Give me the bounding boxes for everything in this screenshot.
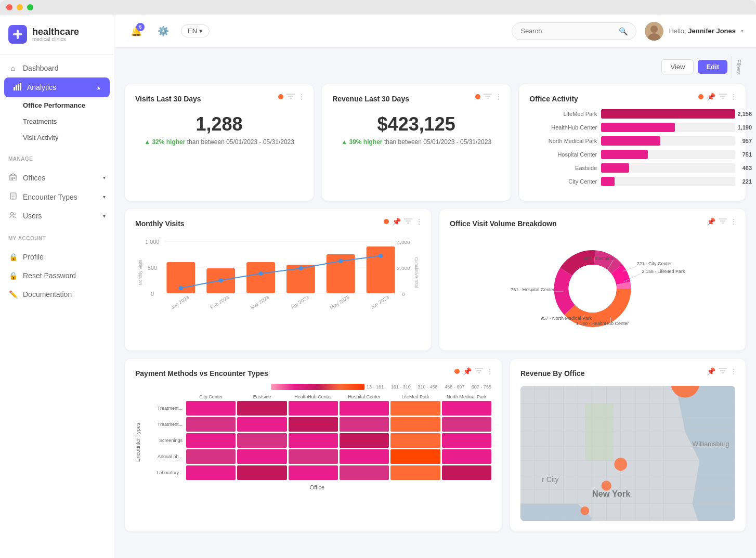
offices-chevron-icon: ▾ <box>103 175 106 180</box>
heatmap-cell <box>237 449 286 464</box>
heatmap-y-label: Encounter Types <box>135 423 141 462</box>
heatmap-row-5: Laboratory... <box>143 465 491 480</box>
bar-row: Hospital Center 751 <box>529 150 735 159</box>
monthly-visits-filter-icon[interactable] <box>404 217 412 226</box>
revenue-by-office-pin-icon[interactable]: 📌 <box>707 367 715 375</box>
search-input[interactable] <box>520 27 615 35</box>
svg-text:500: 500 <box>148 265 157 270</box>
heatmap-row-label: Laboratory... <box>143 465 185 480</box>
sidebar-item-users[interactable]: Users ▾ <box>0 206 114 225</box>
heatmap-cell <box>237 417 286 432</box>
office-activity-pin-icon[interactable]: 📌 <box>707 93 715 101</box>
office-activity-more-icon[interactable]: ⋮ <box>730 93 737 101</box>
monthly-visits-card: Monthly Visits 📌 ⋮ 1,000 500 <box>125 209 431 351</box>
reset-password-icon: 🔒 <box>8 271 18 280</box>
revenue-by-office-more-icon[interactable]: ⋮ <box>730 367 737 375</box>
heatmap-row-4: Annual ph... <box>143 449 491 464</box>
heatmap-cell <box>186 449 236 464</box>
svg-point-2 <box>16 33 19 36</box>
revenue-filter-icon[interactable] <box>484 93 492 101</box>
office-activity-actions: 📌 ⋮ <box>698 93 737 101</box>
heatmap: Encounter Types City Center Eastside Hea… <box>135 394 491 490</box>
sidebar-item-profile[interactable]: 🔒 Profile <box>0 248 114 266</box>
manage-section-label: MANAGE <box>0 150 114 164</box>
heatmap-cell <box>237 433 286 448</box>
bar-track: 2,156 <box>601 109 735 119</box>
svg-text:751 · Hospital Center: 751 · Hospital Center <box>511 287 555 292</box>
main-content: 🔔 5 ⚙️ EN ▾ 🔍 <box>114 15 756 558</box>
visits-value: 1,288 <box>135 113 303 135</box>
revenue-change-text: than between 05/01/2023 - 05/31/2023 <box>384 138 491 146</box>
heatmap-row-label: Treatment... <box>143 417 185 432</box>
window-close-dot[interactable] <box>6 4 12 10</box>
svg-point-43 <box>178 286 183 290</box>
manage-nav-section: Offices ▾ Encounter Types ▾ Users ▾ <box>0 164 114 229</box>
sidebar-item-profile-label: Profile <box>23 253 44 261</box>
sidebar-item-offices[interactable]: Offices ▾ <box>0 168 114 187</box>
heatmap-row-label: Screenings <box>143 433 185 448</box>
logo-text: healthcare medical clinics <box>32 27 79 42</box>
revenue-change: 39% higher than between 05/01/2023 - 05/… <box>332 138 500 146</box>
avatar <box>645 22 663 41</box>
heatmap-col-label: LifeMed Park <box>390 394 440 399</box>
gear-icon: ⚙️ <box>158 25 169 37</box>
window-minimize-dot[interactable] <box>17 4 23 10</box>
map-svg: r City New York Williamsburg <box>520 386 735 521</box>
heatmap-cell <box>390 449 440 464</box>
sidebar-item-reset-password[interactable]: 🔒 Reset Password <box>0 266 114 285</box>
svg-text:2,156 · LifeMed Park: 2,156 · LifeMed Park <box>642 269 686 274</box>
revenue-by-office-filter-icon[interactable] <box>719 367 727 375</box>
monthly-visits-pin-icon[interactable]: 📌 <box>392 217 401 226</box>
heatmap-col-label: Hospital Center <box>340 394 389 399</box>
bar-label: LifeMed Park <box>529 111 597 117</box>
visits-filter-icon[interactable] <box>286 93 295 101</box>
language-selector[interactable]: EN ▾ <box>181 24 210 37</box>
heatmap-col-label: Eastside <box>237 394 286 399</box>
sidebar-item-documentation[interactable]: ✏️ Documentation <box>0 285 114 304</box>
svg-rect-9 <box>14 177 15 179</box>
payment-methods-pin-icon[interactable]: 📌 <box>463 367 472 375</box>
nav-section: ⌂ Dashboard Analytics ▲ Office Performan… <box>0 55 114 150</box>
payment-methods-more-icon[interactable]: ⋮ <box>486 367 493 375</box>
user-menu[interactable]: Hello, Jennifer Jones ▾ <box>645 22 744 41</box>
monthly-visits-more-icon[interactable]: ⋮ <box>415 217 423 226</box>
monthly-visits-title: Monthly Visits <box>135 219 421 228</box>
heatmap-cell <box>390 401 440 416</box>
account-section-label: MY ACCOUNT <box>0 229 114 243</box>
sidebar-item-dashboard[interactable]: ⌂ Dashboard <box>0 59 114 77</box>
office-visit-filter-icon[interactable] <box>719 217 727 226</box>
office-visit-more-icon[interactable]: ⋮ <box>730 217 737 226</box>
svg-point-17 <box>650 25 658 33</box>
heatmap-cell <box>442 449 491 464</box>
edit-button[interactable]: Edit <box>698 60 727 74</box>
search-box[interactable]: 🔍 <box>512 22 636 40</box>
topbar-right: 🔍 Hello, Jennifer Jones ▾ <box>512 22 744 41</box>
heatmap-cell <box>289 465 338 480</box>
revenue-by-office-card: Revenue By Office 📌 ⋮ <box>510 359 746 531</box>
sidebar-subitem-visit-activity[interactable]: Visit Activity <box>0 129 114 146</box>
settings-button[interactable]: ⚙️ <box>154 22 173 41</box>
office-activity-filter-icon[interactable] <box>719 93 727 101</box>
window-maximize-dot[interactable] <box>27 4 33 10</box>
monthly-visits-actions: 📌 ⋮ <box>384 217 423 226</box>
filters-tab[interactable]: Filters <box>732 56 746 78</box>
visits-more-icon[interactable]: ⋮ <box>298 93 305 101</box>
view-button[interactable]: View <box>661 59 694 74</box>
sidebar-item-analytics[interactable]: Analytics ▲ <box>4 77 110 97</box>
sidebar-subitem-office-performance[interactable]: Office Performance <box>0 97 114 113</box>
heatmap-cell <box>186 433 236 448</box>
heatmap-cell <box>390 417 440 432</box>
payment-methods-title: Payment Methods vs Encounter Types <box>135 369 491 378</box>
sidebar-item-encounter-types[interactable]: Encounter Types ▾ <box>0 187 114 206</box>
office-visit-pin-icon[interactable]: 📌 <box>707 217 715 226</box>
svg-point-117 <box>602 481 611 490</box>
sidebar-subitem-treatments[interactable]: Treatments <box>0 113 114 129</box>
svg-text:0: 0 <box>402 291 405 296</box>
heatmap-cell <box>237 401 286 416</box>
svg-rect-42 <box>367 246 395 293</box>
svg-text:Jan 2023: Jan 2023 <box>170 294 190 310</box>
payment-methods-filter-icon[interactable] <box>475 367 483 375</box>
revenue-more-icon[interactable]: ⋮ <box>495 93 502 101</box>
user-greeting: Hello, Jennifer Jones <box>669 27 736 35</box>
notifications-button[interactable]: 🔔 5 <box>127 22 146 41</box>
